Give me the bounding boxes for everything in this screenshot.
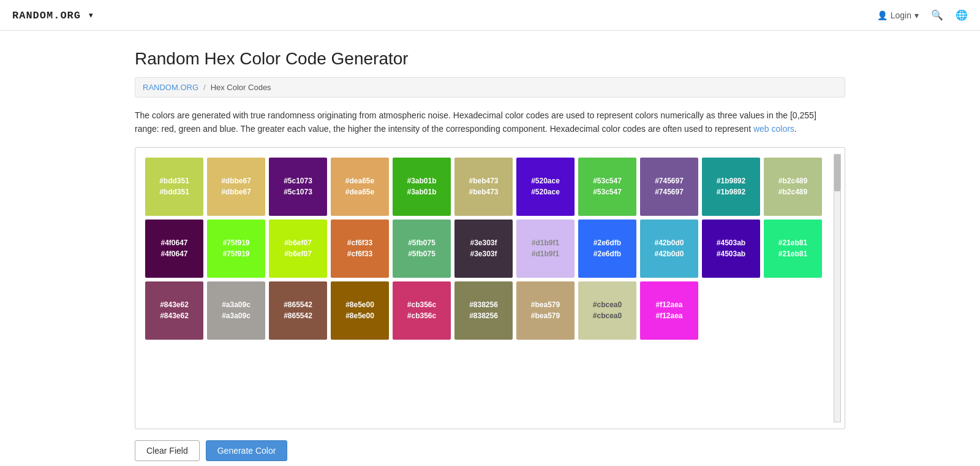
- color-swatch[interactable]: #bea579#bea579: [516, 281, 575, 340]
- description-text2: .: [794, 124, 797, 134]
- color-swatch[interactable]: #bdd351#bdd351: [145, 158, 203, 216]
- color-swatch[interactable]: #2e6dfb#2e6dfb: [578, 220, 636, 278]
- color-swatch[interactable]: #745697#745697: [640, 158, 698, 216]
- color-swatch[interactable]: #1b9892#1b9892: [702, 158, 760, 216]
- navbar-right: 👤 Login ▾ 🔍 🌐: [877, 9, 968, 21]
- color-swatch[interactable]: #8e5e00#8e5e00: [331, 281, 389, 340]
- color-swatch[interactable]: #838256#838256: [454, 281, 513, 340]
- color-swatch[interactable]: #3e303f#3e303f: [454, 220, 513, 278]
- breadcrumb-home-link[interactable]: RANDOM.ORG: [143, 83, 198, 92]
- color-swatch[interactable]: #a3a09c#a3a09c: [207, 281, 265, 340]
- brand-text: RANDOM.ORG: [12, 10, 81, 21]
- login-arrow: ▾: [914, 10, 919, 20]
- navbar: RANDOM.ORG ▾ 👤 Login ▾ 🔍 🌐: [0, 0, 980, 31]
- color-grid: #bdd351#bdd351#dbbe67#dbbe67#5c1073#5c10…: [145, 158, 835, 340]
- color-swatch[interactable]: #dea65e#dea65e: [331, 158, 389, 216]
- color-swatch[interactable]: #21eb81#21eb81: [764, 220, 822, 278]
- description-text1: The colors are generated with true rando…: [135, 110, 816, 134]
- color-swatch[interactable]: #b6ef07#b6ef07: [269, 220, 327, 278]
- clear-field-button[interactable]: Clear Field: [135, 440, 200, 461]
- login-label: Login: [891, 10, 911, 20]
- color-swatch[interactable]: #4f0647#4f0647: [145, 220, 203, 278]
- button-row: Clear Field Generate Color: [135, 440, 845, 461]
- color-swatch[interactable]: #75f919#75f919: [207, 220, 265, 278]
- breadcrumb-current: Hex Color Codes: [211, 83, 271, 92]
- color-swatch[interactable]: #520ace#520ace: [516, 158, 575, 216]
- page-title: Random Hex Color Code Generator: [135, 49, 845, 69]
- color-swatch[interactable]: #cbcea0#cbcea0: [578, 281, 636, 340]
- web-colors-link[interactable]: web colors: [753, 124, 794, 134]
- color-swatch[interactable]: #d1b9f1#d1b9f1: [516, 220, 575, 278]
- login-button[interactable]: 👤 Login ▾: [877, 10, 919, 20]
- color-swatch[interactable]: #5fb075#5fb075: [393, 220, 451, 278]
- color-swatch[interactable]: #beb473#beb473: [454, 158, 513, 216]
- color-swatch[interactable]: #5c1073#5c1073: [269, 158, 327, 216]
- color-swatch[interactable]: #cb356c#cb356c: [393, 281, 451, 340]
- breadcrumb: RANDOM.ORG / Hex Color Codes: [135, 77, 845, 97]
- color-swatch[interactable]: #843e62#843e62: [145, 281, 203, 340]
- color-swatch[interactable]: #b2c489#b2c489: [764, 158, 822, 216]
- color-swatch[interactable]: #cf6f33#cf6f33: [331, 220, 389, 278]
- globe-icon[interactable]: 🌐: [956, 9, 968, 21]
- color-swatch[interactable]: #42b0d0#42b0d0: [640, 220, 698, 278]
- description: The colors are generated with true rando…: [135, 109, 839, 136]
- search-icon[interactable]: 🔍: [931, 9, 943, 21]
- scrollbar-track[interactable]: [834, 154, 841, 422]
- brand-dropdown-arrow: ▾: [88, 10, 94, 21]
- color-swatch[interactable]: #865542#865542: [269, 281, 327, 340]
- color-swatch[interactable]: #f12aea#f12aea: [640, 281, 698, 340]
- generate-color-button[interactable]: Generate Color: [206, 440, 288, 461]
- color-grid-container: #bdd351#bdd351#dbbe67#dbbe67#5c1073#5c10…: [135, 147, 845, 429]
- breadcrumb-separator: /: [203, 83, 206, 92]
- color-swatch[interactable]: #dbbe67#dbbe67: [207, 158, 265, 216]
- color-swatch[interactable]: #53c547#53c547: [578, 158, 636, 216]
- main-content: Random Hex Color Code Generator RANDOM.O…: [123, 31, 858, 466]
- color-swatch[interactable]: #3ab01b#3ab01b: [393, 158, 451, 216]
- scrollbar-thumb[interactable]: [834, 155, 840, 191]
- user-icon: 👤: [877, 10, 888, 20]
- site-brand[interactable]: RANDOM.ORG ▾: [12, 9, 94, 21]
- color-swatch[interactable]: #4503ab#4503ab: [702, 220, 760, 278]
